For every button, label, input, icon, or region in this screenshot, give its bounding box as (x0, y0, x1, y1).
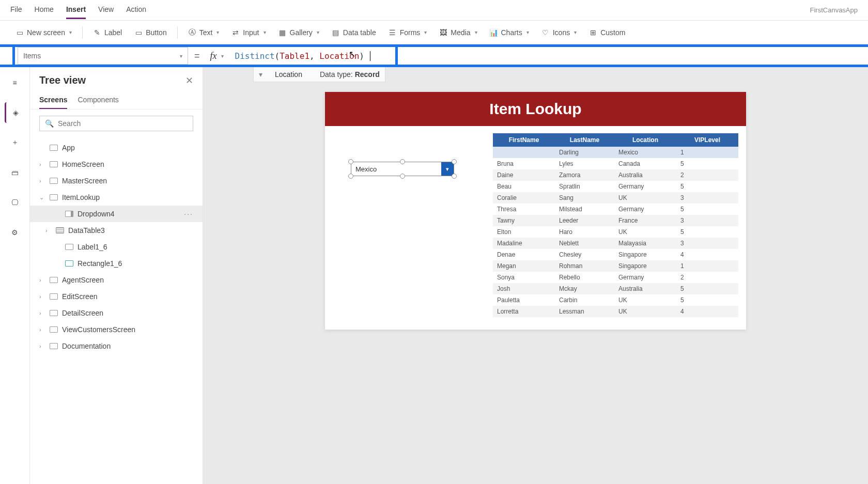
table-row[interactable]: SonyaRebelloGermany2 (493, 272, 738, 283)
table-cell: UK (614, 294, 676, 306)
table-cell: Thresa (493, 204, 555, 215)
table-row[interactable]: LorrettaLessmanUK4 (493, 306, 738, 317)
fx-button[interactable]: fx ▾ (206, 51, 228, 61)
media-icon: 🖼 (439, 28, 447, 37)
hint-type-label: Data type: (320, 70, 353, 79)
table-row[interactable]: DenaeChesleySingapore4 (493, 249, 738, 260)
custom-icon: ⊞ (589, 28, 597, 37)
rail-tree-view[interactable]: ◈ (5, 102, 25, 123)
table-cell: 1 (676, 260, 738, 272)
table-row[interactable]: EltonHaroUK5 (493, 226, 738, 238)
menu-home[interactable]: Home (35, 1, 54, 19)
tree-item-documentation[interactable]: › Documentation (30, 338, 203, 354)
col-firstname[interactable]: FirstName (493, 133, 555, 147)
chevron-down-icon: ▾ (69, 29, 72, 35)
resize-handle[interactable] (348, 159, 353, 164)
tree-item-detailscreen[interactable]: › DetailScreen (30, 305, 203, 321)
menu-action[interactable]: Action (126, 1, 146, 19)
chevron-right-icon[interactable]: › (45, 227, 52, 233)
col-lastname[interactable]: LastName (555, 133, 614, 147)
table-row[interactable]: MadalineNeblettMalayasia3 (493, 238, 738, 249)
col-location[interactable]: Location (614, 133, 676, 147)
canvas-screen[interactable]: Item Lookup Mexico ▾ FirstName LastName … (325, 92, 746, 330)
resize-handle[interactable] (400, 159, 405, 164)
data-table-button[interactable]: ▤ Data table (327, 25, 381, 40)
button-label: Button (146, 28, 166, 37)
rail-hamburger[interactable]: ≡ (5, 72, 25, 93)
search-input[interactable] (58, 119, 188, 128)
custom-button[interactable]: ⊞ Custom (584, 25, 630, 40)
resize-handle[interactable] (400, 174, 405, 179)
table-row[interactable]: DarlingMexico1 (493, 147, 738, 158)
tree-item-label: EditScreen (62, 292, 97, 301)
tree-item-agentscreen[interactable]: › AgentScreen (30, 272, 203, 288)
resize-handle[interactable] (452, 159, 457, 164)
tree-item-homescreen[interactable]: › HomeScreen (30, 156, 203, 173)
media-button[interactable]: 🖼 Media ▾ (434, 25, 482, 40)
table-row[interactable]: DaineZamoraAustralia2 (493, 169, 738, 181)
screen-icon (50, 326, 58, 333)
tree-item-label: Label1_6 (78, 243, 107, 251)
rail-data[interactable]: 🗃 (5, 162, 25, 183)
tree-item-masterscreen[interactable]: › MasterScreen (30, 173, 203, 189)
rail-advanced[interactable]: ⚙ (5, 222, 25, 243)
button-button[interactable]: ▭ Button (129, 25, 172, 40)
media-label: Media (451, 28, 470, 37)
rail-media[interactable]: 🖵 (5, 192, 25, 213)
tree-item-label1-6[interactable]: Label1_6 (30, 239, 203, 255)
dropdown-control[interactable]: Mexico ▾ (351, 162, 454, 176)
col-viplevel[interactable]: VIPLevel (676, 133, 738, 147)
chevron-right-icon[interactable]: › (39, 277, 45, 283)
icons-button[interactable]: ♡ Icons ▾ (536, 25, 582, 40)
tree-item-datatable3[interactable]: › DataTable3 (30, 222, 203, 239)
resize-handle[interactable] (452, 174, 457, 179)
rail-insert[interactable]: ＋ (5, 132, 25, 153)
table-row[interactable]: TawnyLeederFrance3 (493, 215, 738, 226)
table-cell: 5 (676, 204, 738, 215)
table-row[interactable]: ThresaMilsteadGermany5 (493, 204, 738, 215)
tab-screens[interactable]: Screens (39, 91, 67, 109)
table-row[interactable]: BeauSpratlinGermany5 (493, 181, 738, 192)
table-row[interactable]: JoshMckayAustralia5 (493, 283, 738, 294)
tree-item-itemlookup[interactable]: ⌄ ItemLookup (30, 189, 203, 206)
table-icon (56, 227, 64, 233)
chevron-down-icon: ▾ (264, 29, 266, 35)
chevron-right-icon[interactable]: › (39, 343, 45, 349)
more-icon[interactable]: ··· (184, 210, 197, 218)
table-row[interactable]: CoralieSangUK3 (493, 192, 738, 204)
data-table-control[interactable]: FirstName LastName Location VIPLevel Dar… (493, 133, 738, 317)
close-icon[interactable]: ✕ (185, 75, 193, 86)
label-button[interactable]: ✎ Label (88, 25, 127, 40)
formula-input[interactable]: Distinct(Table1, Location) (235, 51, 370, 61)
tree-item-dropdown4[interactable]: Dropdown4 ··· (30, 206, 203, 222)
gallery-button[interactable]: ▦ Gallery ▾ (273, 25, 324, 40)
new-screen-button[interactable]: ▭ New screen ▾ (10, 25, 77, 40)
formula-hint-chevron[interactable]: ▾ (259, 70, 262, 79)
tree-search[interactable]: 🔍 (39, 116, 193, 131)
tab-components[interactable]: Components (78, 91, 118, 109)
tree-app[interactable]: App (30, 139, 203, 156)
forms-button[interactable]: ☰ Forms ▾ (383, 25, 432, 40)
text-button[interactable]: Ⓐ Text ▾ (183, 25, 225, 40)
menu-insert[interactable]: Insert (66, 1, 86, 19)
menu-view[interactable]: View (98, 1, 114, 19)
table-row[interactable]: MeganRohmanSingapore1 (493, 260, 738, 272)
tree-item-editscreen[interactable]: › EditScreen (30, 288, 203, 305)
tree-item-viewcustomers[interactable]: › ViewCustomersScreen (30, 321, 203, 338)
table-row[interactable]: PaulettaCarbinUK5 (493, 294, 738, 306)
tree-item-rectangle1-6[interactable]: Rectangle1_6 (30, 255, 203, 272)
menu-file[interactable]: File (10, 1, 22, 19)
screen-icon (50, 343, 58, 349)
charts-button[interactable]: 📊 Charts ▾ (485, 25, 534, 40)
chevron-right-icon[interactable]: › (39, 293, 45, 300)
chevron-right-icon[interactable]: › (39, 310, 45, 316)
resize-handle[interactable] (348, 174, 353, 179)
property-selector[interactable]: Items ▾ (18, 47, 188, 65)
table-row[interactable]: BrunaLylesCanada5 (493, 158, 738, 169)
chevron-right-icon[interactable]: › (39, 161, 45, 167)
input-button[interactable]: ⇄ Input ▾ (226, 25, 271, 40)
chevron-right-icon[interactable]: › (39, 326, 45, 333)
chevron-right-icon[interactable]: › (39, 178, 45, 184)
chevron-down-icon[interactable]: ▾ (441, 162, 454, 176)
chevron-down-icon[interactable]: ⌄ (39, 194, 45, 201)
